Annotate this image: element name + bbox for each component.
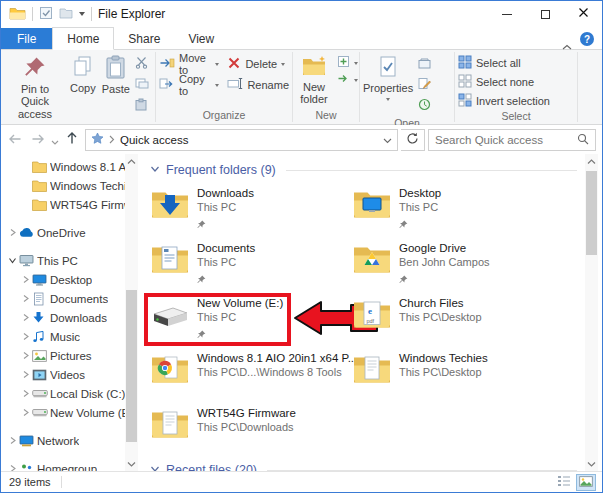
sidebar-scroll-track[interactable] <box>125 168 138 457</box>
scroll-up-icon[interactable] <box>125 154 138 168</box>
chevron-right-icon[interactable] <box>6 228 19 237</box>
sidebar-item-label: Music <box>50 331 80 343</box>
cut-icon[interactable] <box>135 55 149 73</box>
sidebar-item-pictures[interactable]: Pictures <box>1 346 125 365</box>
up-button[interactable] <box>62 129 82 151</box>
tab-view[interactable]: View <box>174 28 228 49</box>
chevron-right-icon[interactable] <box>19 332 32 341</box>
edit-icon[interactable] <box>418 76 431 94</box>
sidebar-item-new-volume-e[interactable]: New Volume (E:) <box>1 403 125 422</box>
forward-button[interactable] <box>28 129 48 151</box>
history-icon[interactable] <box>418 97 431 115</box>
tile-windows-techies[interactable]: Windows TechiesThis PC\Desktop <box>352 350 554 405</box>
properties-icon <box>377 55 399 81</box>
tab-share[interactable]: Share <box>114 28 174 49</box>
sidebar-item-windows-8-1-aio[interactable]: Windows 8.1 AIO <box>1 157 125 176</box>
main-scroll-track[interactable] <box>585 168 598 457</box>
tile-desktop[interactable]: DesktopThis PC <box>352 185 554 240</box>
breadcrumb-location[interactable]: Quick access <box>120 134 188 146</box>
thumbnails-view-button[interactable] <box>576 474 596 491</box>
tile-google-drive[interactable]: Google DriveBen John Campos <box>352 240 554 295</box>
sidebar-item-onedrive[interactable]: OneDrive <box>1 223 125 242</box>
search-icon[interactable] <box>577 131 589 149</box>
rename-button[interactable]: Rename <box>224 75 292 94</box>
new-folder-quick-icon[interactable] <box>59 7 73 22</box>
sidebar-item-wrt54g-firmware[interactable]: WRT54G Firmware <box>1 195 125 214</box>
scroll-up-icon[interactable] <box>585 154 598 168</box>
chevron-right-icon[interactable] <box>19 294 32 303</box>
frequent-folders-header[interactable]: Frequent folders (9) <box>150 163 585 177</box>
tile-windows-8-1-aio-20in1-x64-p[interactable]: Windows 8.1 AIO 20in1 x64 P...This PC\D.… <box>150 350 352 405</box>
chevron-right-icon[interactable] <box>6 436 19 445</box>
main-scrollbar[interactable] <box>585 154 598 471</box>
sidebar-scrollbar[interactable] <box>125 154 138 471</box>
sidebar-item-this-pc[interactable]: This PC <box>1 251 125 270</box>
sidebar-item-videos[interactable]: Videos <box>1 365 125 384</box>
minimize-ribbon-icon[interactable] <box>562 36 572 42</box>
recent-files-header[interactable]: Recent files (20) <box>150 463 585 471</box>
tab-file[interactable]: File <box>1 28 52 49</box>
paste-button[interactable]: Paste <box>99 53 133 97</box>
scroll-down-icon[interactable] <box>125 457 138 471</box>
open-icon[interactable] <box>418 55 431 73</box>
sidebar-item-label: OneDrive <box>37 227 86 239</box>
back-button[interactable] <box>5 129 25 151</box>
search-input[interactable] <box>435 134 573 146</box>
refresh-button[interactable] <box>401 129 425 151</box>
copy-path-icon[interactable] <box>135 76 149 94</box>
invert-selection-button[interactable]: Invert selection <box>455 91 553 110</box>
pin-to-quick-access-button[interactable]: Pin to Quick access <box>3 53 67 123</box>
scroll-down-icon[interactable] <box>585 457 598 471</box>
chevron-right-icon[interactable] <box>19 351 32 360</box>
sidebar-item-documents[interactable]: Documents <box>1 289 125 308</box>
tile-wrt54g-firmware[interactable]: WRT54G FirmwareThis PC\Downloads <box>150 405 352 460</box>
invert-selection-icon <box>458 93 472 109</box>
new-item-button[interactable] <box>337 55 358 70</box>
minimize-button[interactable] <box>488 1 526 27</box>
copy-to-button[interactable]: Copy to <box>156 75 222 94</box>
sidebar-item-local-disk-c[interactable]: Local Disk (C:) <box>1 384 125 403</box>
sidebar-scroll-thumb[interactable] <box>126 290 137 442</box>
tile-church-files[interactable]: epdfChurch FilesThis PC\Desktop <box>352 295 554 350</box>
properties-button[interactable]: Properties <box>360 53 416 105</box>
recent-locations-button[interactable] <box>51 129 59 151</box>
copy-button[interactable]: Copy <box>67 53 99 96</box>
breadcrumb-chevron-icon[interactable] <box>109 134 115 146</box>
chevron-right-icon[interactable] <box>19 370 32 379</box>
details-view-button[interactable] <box>554 474 574 491</box>
chevron-down-icon[interactable] <box>6 256 19 265</box>
easy-access-button[interactable] <box>337 73 358 86</box>
tile-new-volume-e[interactable]: New Volume (E:)This PC <box>150 295 352 350</box>
close-button[interactable] <box>564 1 602 27</box>
sidebar-item-network[interactable]: Network <box>1 431 125 450</box>
sidebar-item-windows-techies[interactable]: Windows Techies <box>1 176 125 195</box>
tile-location: This PC\Desktop <box>399 311 482 323</box>
back-arrow-icon <box>8 131 22 149</box>
sidebar-item-music[interactable]: Music <box>1 327 125 346</box>
customize-toolbar-chevron-icon[interactable] <box>79 12 85 19</box>
address-dropdown-icon[interactable] <box>383 134 392 146</box>
tab-home[interactable]: Home <box>52 27 114 50</box>
chevron-right-icon[interactable] <box>19 389 32 398</box>
chevron-right-icon[interactable] <box>6 464 19 471</box>
properties-quick-icon[interactable] <box>39 6 53 23</box>
chevron-right-icon[interactable] <box>19 275 32 284</box>
tile-documents[interactable]: DocumentsThis PC <box>150 240 352 295</box>
sidebar-item-downloads[interactable]: Downloads <box>1 308 125 327</box>
main-scroll-thumb[interactable] <box>586 171 597 255</box>
chevron-right-icon[interactable] <box>19 408 32 417</box>
move-to-button[interactable]: Move to <box>156 54 222 73</box>
help-icon[interactable]: ? <box>580 32 594 46</box>
paste-shortcut-icon[interactable] <box>135 97 149 115</box>
delete-button[interactable]: Delete <box>224 54 292 73</box>
chevron-right-icon[interactable] <box>19 313 32 322</box>
select-all-button[interactable]: Select all <box>455 53 524 72</box>
tile-downloads[interactable]: DownloadsThis PC <box>150 185 352 240</box>
sidebar-item-homegroup[interactable]: Homegroup <box>1 459 125 471</box>
maximize-button[interactable] <box>526 1 564 27</box>
divider <box>32 7 33 21</box>
new-folder-button[interactable]: New folder <box>293 53 335 108</box>
select-none-button[interactable]: Select none <box>455 72 537 91</box>
address-bar[interactable]: Quick access <box>85 129 398 151</box>
sidebar-item-desktop[interactable]: Desktop <box>1 270 125 289</box>
